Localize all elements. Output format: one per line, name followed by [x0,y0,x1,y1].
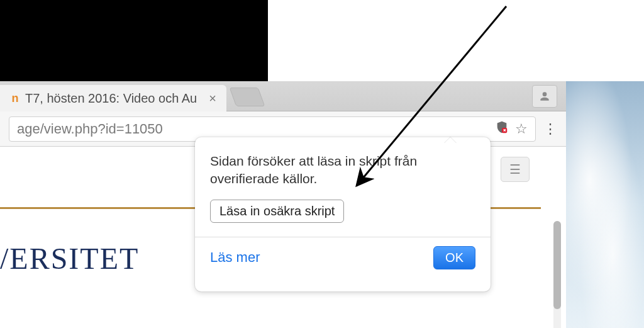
redaction-block [0,0,268,81]
favicon-icon: n [10,93,20,103]
insecure-content-popup: Sidan försöker att läsa in skript från o… [195,137,491,291]
person-icon [538,90,551,103]
popup-message: Sidan försöker att läsa in skript från o… [210,152,475,188]
learn-more-link[interactable]: Läs mer [210,249,260,266]
load-unsafe-scripts-button[interactable]: Läsa in osäkra skript [210,200,344,223]
browser-tab[interactable]: n T7, hösten 2016: Video och Au × [0,85,226,111]
close-tab-icon[interactable]: × [209,91,216,106]
bookmark-star-icon[interactable]: ☆ [515,121,528,137]
new-tab-button[interactable] [230,88,265,106]
profile-button[interactable] [532,85,557,108]
url-text: age/view.php?id=11050 [17,121,163,137]
site-brand-text: /ERSITET [0,241,139,276]
popup-footer: Läs mer OK [210,246,475,269]
site-menu-button[interactable]: ☰ [501,157,530,182]
ok-button[interactable]: OK [433,246,475,269]
desktop-wallpaper-strip [566,81,644,328]
blocked-content-shield-icon[interactable] [495,120,509,138]
popup-divider [195,237,491,237]
scrollbar-thumb[interactable] [553,221,561,309]
tab-strip: n T7, hösten 2016: Video och Au × [0,81,566,111]
tab-title: T7, hösten 2016: Video och Au [25,91,204,106]
